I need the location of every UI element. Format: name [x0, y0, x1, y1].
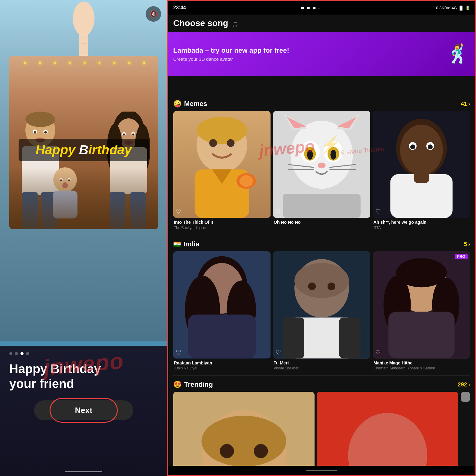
- birthday-text-overlay: Happy Birthday: [19, 139, 149, 161]
- status-time: 23:44: [173, 5, 186, 11]
- heart-icon-1[interactable]: ♡: [176, 208, 181, 215]
- song-card-tu-meri[interactable]: ♡ Tu Meri Vishal Shekhar: [273, 251, 370, 370]
- svg-point-68: [428, 144, 433, 149]
- pro-badge: PRO: [455, 254, 468, 259]
- heart-icon-5[interactable]: ♡: [275, 349, 281, 356]
- india-count-row[interactable]: 5 ›: [464, 241, 470, 248]
- promo-banner[interactable]: Lambada – try our new app for free! Crea…: [168, 32, 475, 76]
- birthday-b-text: B: [75, 143, 88, 157]
- heart-icon-3[interactable]: ♡: [375, 208, 381, 215]
- svg-rect-60: [283, 194, 360, 218]
- left-panel: 🔇: [0, 0, 167, 476]
- song-card-into-the-thick[interactable]: ♡ Into The Thick Of It The Backyardigans: [173, 111, 271, 230]
- promo-text: Lambada – try our new app for free! Crea…: [173, 46, 445, 62]
- song-card-raataan[interactable]: ♡ Raataan Lambiyan Jubin Nautiyal: [173, 251, 271, 370]
- song-card-ah-sh[interactable]: ♡ Ah sh**, here we go again GTA: [373, 111, 470, 230]
- song-name-4: Raataan Lambiyan: [174, 360, 270, 366]
- music-note-icon: 🎵: [232, 22, 238, 27]
- heart-icon-6[interactable]: ♡: [375, 349, 381, 356]
- heart-icon-4[interactable]: ♡: [176, 349, 181, 356]
- song-name-2: Oh No No No: [274, 220, 370, 225]
- status-icon-3: ⏹: [312, 6, 316, 10]
- section-memes-left: 🤪 Memes: [173, 100, 207, 108]
- page-title: Happy Birthday your friend: [9, 361, 158, 391]
- svg-point-93: [201, 416, 286, 466]
- svg-point-53: [307, 150, 313, 160]
- song-card-trending-1[interactable]: [173, 392, 315, 466]
- svg-rect-70: [414, 171, 429, 183]
- trending-arrow: ›: [468, 381, 470, 388]
- left-bottom-section: Happy Birthday your friend Next: [0, 346, 167, 476]
- song-name-6: Manike Mage Hithe: [373, 360, 469, 366]
- song-name-5: Tu Meri: [274, 360, 370, 366]
- svg-point-81: [328, 283, 335, 290]
- dot-3: [20, 352, 24, 355]
- memes-count-row[interactable]: 41 ›: [461, 101, 470, 107]
- hand-illustration: [65, 0, 102, 62]
- song-card-3-info: Ah sh**, here we go again GTA: [373, 218, 470, 230]
- section-trending-header[interactable]: 😍 Trending 292 ›: [168, 376, 475, 392]
- promo-subtitle: Create your 3D dance avatar: [173, 56, 445, 62]
- section-memes-header[interactable]: 🤪 Memes 41 ›: [168, 95, 475, 111]
- heart-icon-2[interactable]: ♡: [275, 208, 281, 215]
- india-songs-grid: ♡ Raataan Lambiyan Jubin Nautiyal: [168, 251, 475, 375]
- section-memes: 🤪 Memes 41 ›: [168, 95, 475, 235]
- song-chooser-header: Choose song 🎵: [168, 15, 475, 32]
- song-artist-4: Jubin Nautiyal: [174, 366, 270, 370]
- svg-point-80: [308, 283, 316, 290]
- svg-point-79: [294, 263, 349, 298]
- song-artist-5: Vishal Shekhar: [274, 366, 370, 370]
- choose-song-title: Choose song: [173, 18, 228, 28]
- battery-icon: 🔋: [465, 6, 470, 10]
- status-bar: 23:44 ⏹ ⏹ ⏹ ··· 0,3KB/d 4G ▐▌ 🔋: [168, 1, 475, 15]
- song-card-1-info: Into The Thick Of It The Backyardigans: [173, 218, 271, 230]
- svg-point-54: [330, 150, 336, 160]
- mute-button[interactable]: 🔇: [146, 6, 161, 22]
- right-panel: 23:44 ⏹ ⏹ ⏹ ··· 0,3KB/d 4G ▐▌ 🔋 Choose s…: [167, 0, 476, 476]
- trending-count: 292: [458, 381, 467, 388]
- memes-arrow: ›: [468, 101, 470, 107]
- signal-icon: ▐▌: [458, 6, 464, 10]
- song-card-manike[interactable]: PRO ♡ Manike Mage Hithe Chamath Sangeeth…: [373, 251, 470, 370]
- svg-rect-83: [283, 318, 304, 359]
- section-india-header[interactable]: 🇮🇳 India 5 ›: [168, 235, 475, 251]
- svg-point-95: [254, 444, 268, 458]
- song-card-2-info: Oh No No No: [273, 218, 370, 225]
- svg-point-64: [400, 125, 443, 175]
- song-card-trending-3[interactable]: [461, 392, 470, 466]
- svg-rect-90: [388, 312, 455, 359]
- dot-2: [15, 352, 18, 355]
- svg-point-94: [220, 444, 234, 458]
- song-sections-content[interactable]: jnwepo ⚡ & share Tutorial 🤪 Memes 41 ›: [168, 76, 475, 466]
- svg-point-24: [123, 134, 125, 136]
- status-icon-1: ⏹: [301, 6, 305, 10]
- mute-icon: 🔇: [150, 10, 157, 18]
- memes-emoji: 🤪: [173, 100, 182, 108]
- trending-count-row[interactable]: 292 ›: [458, 381, 470, 388]
- song-name-1: Into The Thick Of It: [174, 220, 270, 225]
- svg-point-44: [291, 121, 353, 189]
- svg-point-25: [132, 134, 134, 136]
- section-trending-left: 😍 Trending: [173, 381, 213, 389]
- svg-point-12: [34, 131, 36, 134]
- song-artist-6: Chamath Sangeeth, Yohani & Sathee: [373, 366, 469, 370]
- song-artist-1: The Backyardigans: [174, 226, 270, 230]
- song-card-oh-no[interactable]: ♡ Oh No No No: [273, 111, 370, 230]
- dots-indicator: [9, 352, 158, 355]
- network-icon: 4G: [452, 6, 457, 10]
- trending-title: Trending: [184, 381, 213, 389]
- india-flag: 🇮🇳: [173, 240, 181, 248]
- song-card-6-info: Manike Mage Hithe Chamath Sangeeth, Yoha…: [373, 359, 470, 371]
- data-speed: 0,3KB/d: [436, 6, 450, 10]
- svg-rect-76: [188, 315, 256, 358]
- song-card-trending-2[interactable]: [317, 392, 458, 466]
- status-right-section: 0,3KB/d 4G ▐▌ 🔋: [436, 6, 470, 10]
- memes-title: Memes: [184, 100, 207, 108]
- india-count: 5: [464, 241, 467, 248]
- status-icon-2: ⏹: [306, 6, 311, 10]
- song-name-3: Ah sh**, here we go again: [373, 220, 469, 225]
- svg-rect-84: [339, 318, 361, 359]
- svg-point-39: [227, 139, 235, 147]
- status-dots: ···: [318, 6, 322, 10]
- dot-4: [26, 352, 29, 355]
